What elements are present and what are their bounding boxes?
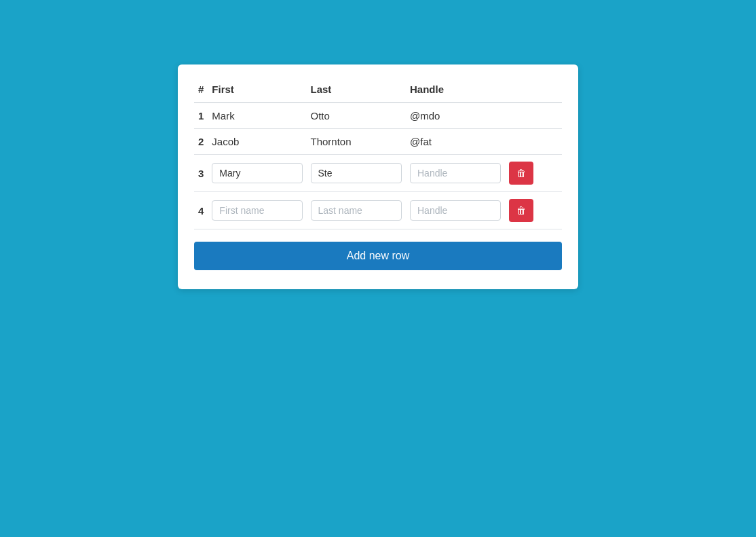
- row-first: Jacob: [208, 129, 306, 155]
- table-row: 1 Mark Otto @mdo: [194, 103, 562, 129]
- row-delete-cell: 🗑: [505, 155, 562, 192]
- col-header-first: First: [208, 78, 306, 103]
- row-number: 4: [194, 192, 208, 229]
- col-header-number: #: [194, 78, 208, 103]
- first-name-input[interactable]: [212, 163, 302, 183]
- row-handle-input-cell: [406, 192, 505, 229]
- row-number: 3: [194, 155, 208, 192]
- table-header-row: # First Last Handle: [194, 78, 562, 103]
- trash-icon: 🗑: [516, 205, 526, 216]
- row-last: Thornton: [307, 129, 406, 155]
- row-last: Otto: [307, 103, 406, 129]
- row-handle: @fat: [406, 129, 505, 155]
- col-header-action: [505, 78, 562, 103]
- add-new-row-button[interactable]: Add new row: [194, 242, 562, 270]
- delete-row-button[interactable]: 🗑: [509, 162, 533, 185]
- handle-input[interactable]: [410, 163, 501, 183]
- col-header-handle: Handle: [406, 78, 505, 103]
- row-last-input-cell: [307, 155, 406, 192]
- editable-table-row: 3 🗑: [194, 155, 562, 192]
- row-first-input-cell: [208, 155, 306, 192]
- table-card: # First Last Handle 1 Mark Otto @mdo 2 J…: [178, 64, 578, 289]
- data-table: # First Last Handle 1 Mark Otto @mdo 2 J…: [194, 78, 562, 229]
- row-number: 2: [194, 129, 208, 155]
- last-name-input[interactable]: [311, 200, 402, 221]
- row-handle-input-cell: [406, 155, 505, 192]
- row-delete-cell: 🗑: [505, 192, 562, 229]
- col-header-last: Last: [307, 78, 406, 103]
- last-name-input[interactable]: [311, 163, 402, 183]
- row-number: 1: [194, 103, 208, 129]
- first-name-input[interactable]: [212, 200, 302, 221]
- row-handle: @mdo: [406, 103, 505, 129]
- row-action: [505, 103, 562, 129]
- trash-icon: 🗑: [516, 168, 526, 179]
- row-action: [505, 129, 562, 155]
- table-row: 2 Jacob Thornton @fat: [194, 129, 562, 155]
- handle-input[interactable]: [410, 200, 501, 221]
- editable-table-row: 4 🗑: [194, 192, 562, 229]
- row-first: Mark: [208, 103, 306, 129]
- row-first-input-cell: [208, 192, 306, 229]
- row-last-input-cell: [307, 192, 406, 229]
- delete-row-button[interactable]: 🗑: [509, 199, 533, 222]
